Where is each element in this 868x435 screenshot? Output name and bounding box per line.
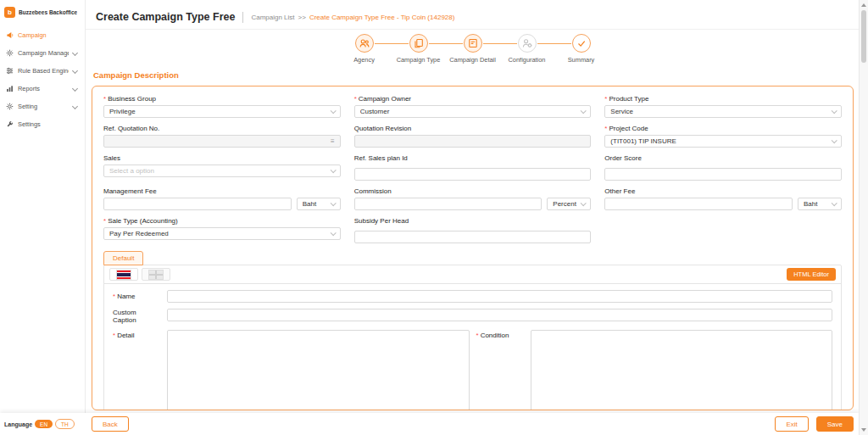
condition-textarea[interactable] <box>531 330 833 410</box>
breadcrumb-campaign-list[interactable]: Campaign List <box>251 14 294 21</box>
exit-button[interactable]: Exit <box>775 416 808 432</box>
name-label-cell: *Name <box>113 290 160 303</box>
project-code-label: Project Code <box>609 125 648 132</box>
chevron-down-icon <box>330 230 336 236</box>
language-label: Language <box>4 421 32 427</box>
step-circle <box>518 34 537 53</box>
step-campaign-detail[interactable]: Campaign Detail <box>451 34 495 64</box>
empty-cell <box>604 217 842 243</box>
commission-unit-value: Percent <box>553 200 577 208</box>
commission-input[interactable] <box>354 198 542 210</box>
required-mark: * <box>103 95 106 103</box>
custom-caption-input[interactable] <box>167 309 832 321</box>
product-type-label: Product Type <box>609 95 648 103</box>
project-code-value: (TIT001) TIP INSURE <box>610 137 828 145</box>
business-group-select[interactable]: Privilege <box>103 105 341 118</box>
step-campaign-type[interactable]: Campaign Type <box>397 34 441 64</box>
other-fee-unit-select[interactable]: Baht <box>798 198 842 210</box>
detail-label-cell: *Detail <box>113 330 160 410</box>
quotation-revision-label: Quotation Revision <box>354 125 412 132</box>
required-mark: * <box>113 293 115 300</box>
campaign-description-panel: *Business Group Privilege *Campaign Owne… <box>92 86 854 410</box>
html-editor-button[interactable]: HTML Editor <box>787 268 836 281</box>
thai-flag-icon <box>116 270 131 280</box>
page-header: Create Campaign Type Free Campaign List … <box>86 0 860 30</box>
required-mark: * <box>604 125 607 132</box>
quotation-revision-field: Quotation Revision <box>354 125 592 148</box>
required-mark: * <box>103 217 106 225</box>
sidebar-item-rule-based-engine[interactable]: Rule Based Engine <box>0 62 85 80</box>
brand-name: Buzzebees Backoffice <box>19 9 77 15</box>
quotation-revision-input <box>354 135 592 148</box>
lang-tab-thai[interactable] <box>109 268 138 281</box>
chevron-down-icon <box>581 108 587 114</box>
vertical-scrollbar[interactable] <box>859 0 868 435</box>
other-fee-field: Other Fee Baht <box>604 187 842 210</box>
language-switcher: Language EN TH <box>0 419 81 429</box>
subsidy-per-head-input[interactable] <box>354 231 592 243</box>
summary-check-icon <box>576 38 587 48</box>
business-group-label: Business Group <box>108 95 156 103</box>
required-mark: * <box>354 95 357 103</box>
save-button[interactable]: Save <box>816 416 854 432</box>
step-circle <box>355 34 374 53</box>
sidebar-item-setting[interactable]: Setting <box>0 98 85 115</box>
commission-label: Commission <box>354 187 392 195</box>
step-circle <box>464 34 482 53</box>
detail-form: *Name Custom Caption *Detail *Condition <box>104 284 841 410</box>
ref-sales-plan-id-input[interactable] <box>354 168 592 181</box>
brand-logo-icon: b <box>4 7 15 18</box>
sale-type-accounting-select[interactable]: Pay Per Redeemed <box>103 227 341 240</box>
sales-select[interactable]: Select a option <box>103 165 341 177</box>
campaign-owner-select[interactable]: Customer <box>354 105 592 118</box>
project-code-select[interactable]: (TIT001) TIP INSURE <box>604 135 842 148</box>
sidebar-item-reports[interactable]: Reports <box>0 80 85 98</box>
condition-label: Condition <box>481 332 509 339</box>
sidebar-item-label: Campaign <box>18 31 79 39</box>
name-input[interactable] <box>167 290 832 303</box>
step-configuration[interactable]: Configuration <box>505 34 549 64</box>
language-en-button[interactable]: EN <box>35 420 53 428</box>
order-score-input[interactable] <box>604 168 842 181</box>
detail-textarea[interactable] <box>167 330 470 410</box>
sidebar-item-label: Setting <box>18 103 69 110</box>
brand[interactable]: b Buzzebees Backoffice <box>0 0 85 23</box>
gear-icon <box>6 49 14 57</box>
sidebar-item-campaign[interactable]: Campaign <box>0 26 85 44</box>
sidebar-item-label: Campaign Management <box>18 49 69 57</box>
campaign-form: *Business Group Privilege *Campaign Owne… <box>103 95 842 243</box>
back-button[interactable]: Back <box>92 416 129 432</box>
step-label: Agency <box>353 56 375 64</box>
sidebar-item-settings[interactable]: Settings <box>0 115 85 133</box>
stepper: Agency Campaign Type Campaign Detail <box>86 34 860 64</box>
step-connector <box>537 43 571 44</box>
commission-unit-select[interactable]: Percent <box>547 198 591 210</box>
step-label: Campaign Type <box>397 56 441 64</box>
ref-sales-plan-id-label: Ref. Sales plan Id <box>354 154 408 162</box>
management-fee-input[interactable] <box>103 198 292 210</box>
breadcrumb-current: Create Campaign Type Free - Tip Coin (14… <box>309 14 455 21</box>
sidebar-item-campaign-management[interactable]: Campaign Management <box>0 44 85 62</box>
campaign-type-icon <box>414 38 424 48</box>
product-type-select[interactable]: Service <box>604 105 842 118</box>
campaign-owner-label: Campaign Owner <box>359 95 411 103</box>
sales-field: Sales Select a option <box>103 154 341 181</box>
order-score-field: Order Score <box>604 154 842 181</box>
sliders-icon <box>6 67 14 75</box>
chevron-down-icon <box>72 68 78 74</box>
language-th-button[interactable]: TH <box>55 419 75 429</box>
sale-type-accounting-field: *Sale Type (Accounting) Pay Per Redeemed <box>103 217 341 243</box>
chevron-down-icon <box>330 108 336 114</box>
main-content: Create Campaign Type Free Campaign List … <box>86 0 860 413</box>
tab-default[interactable]: Default <box>103 251 143 265</box>
step-label: Campaign Detail <box>449 56 496 64</box>
scroll-up-arrow-icon[interactable] <box>861 3 866 7</box>
other-fee-input[interactable] <box>604 198 793 210</box>
step-summary[interactable]: Summary <box>559 34 604 64</box>
scrollbar-thumb[interactable] <box>861 10 866 63</box>
scroll-down-arrow-icon[interactable] <box>861 428 866 432</box>
step-agency[interactable]: Agency <box>342 34 387 64</box>
product-type-value: Service <box>610 108 828 115</box>
management-fee-unit-select[interactable]: Baht <box>297 198 341 210</box>
lang-tab-english[interactable] <box>142 268 170 281</box>
